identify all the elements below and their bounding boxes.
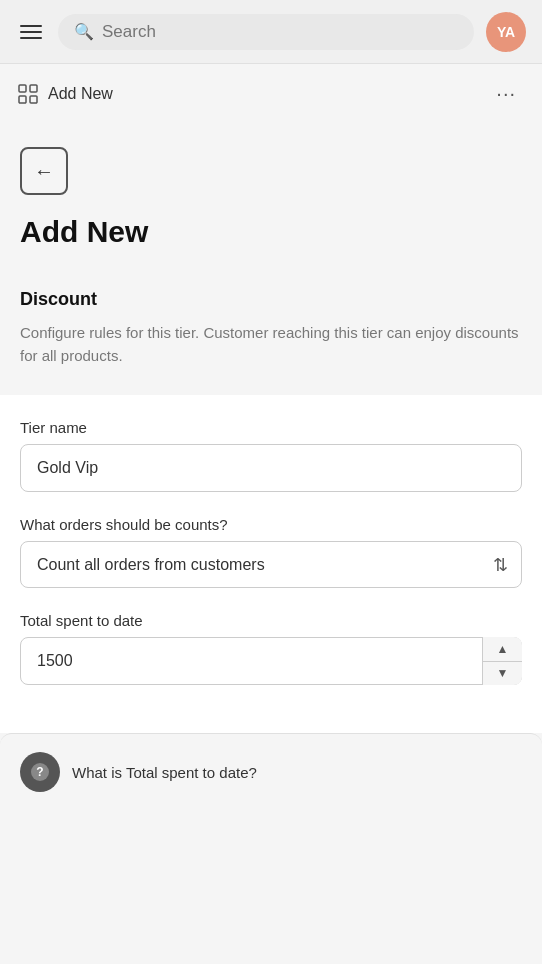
top-navigation: 🔍 YA (0, 0, 542, 64)
hamburger-button[interactable] (16, 21, 46, 43)
orders-count-group: What orders should be counts? Count all … (20, 516, 522, 588)
orders-count-label: What orders should be counts? (20, 516, 522, 533)
sub-header-left: Add New (18, 84, 113, 104)
chevron-down-icon: ▼ (497, 666, 509, 680)
orders-select[interactable]: Count all orders from customers Count on… (20, 541, 522, 588)
search-icon: 🔍 (74, 22, 94, 41)
tier-name-input[interactable] (20, 444, 522, 492)
grid-icon (18, 84, 38, 104)
svg-rect-1 (30, 85, 37, 92)
back-button[interactable]: ← (20, 147, 68, 195)
preview-icon: ? (20, 752, 60, 792)
more-options-button[interactable]: ··· (488, 78, 524, 109)
discount-title: Discount (20, 289, 522, 310)
total-spent-input[interactable] (20, 637, 522, 685)
svg-rect-3 (30, 96, 37, 103)
preview-label: What is Total spent to date? (72, 764, 257, 781)
stepper-up-button[interactable]: ▲ (483, 637, 522, 662)
sub-header-title: Add New (48, 85, 113, 103)
orders-select-wrapper: Count all orders from customers Count on… (20, 541, 522, 588)
svg-rect-2 (19, 96, 26, 103)
total-spent-group: Total spent to date ▲ ▼ (20, 612, 522, 685)
discount-section: Discount Configure rules for this tier. … (0, 269, 542, 395)
page-title: Add New (20, 215, 522, 249)
search-bar[interactable]: 🔍 (58, 14, 474, 50)
tier-name-group: Tier name (20, 419, 522, 492)
hamburger-line-1 (20, 25, 42, 27)
chevron-up-icon: ▲ (497, 642, 509, 656)
total-spent-label: Total spent to date (20, 612, 522, 629)
avatar[interactable]: YA (486, 12, 526, 52)
total-spent-wrapper: ▲ ▼ (20, 637, 522, 685)
search-input[interactable] (102, 22, 458, 42)
hamburger-line-2 (20, 31, 42, 33)
number-stepper: ▲ ▼ (482, 637, 522, 685)
form-section: Tier name What orders should be counts? … (0, 395, 542, 733)
svg-text:?: ? (36, 765, 43, 779)
discount-description: Configure rules for this tier. Customer … (20, 322, 522, 367)
back-section: ← Add New (0, 123, 542, 269)
hamburger-line-3 (20, 37, 42, 39)
tier-name-label: Tier name (20, 419, 522, 436)
sub-header: Add New ··· (0, 64, 542, 123)
stepper-down-button[interactable]: ▼ (483, 662, 522, 686)
bottom-preview-card[interactable]: ? What is Total spent to date? (0, 733, 542, 810)
svg-rect-0 (19, 85, 26, 92)
